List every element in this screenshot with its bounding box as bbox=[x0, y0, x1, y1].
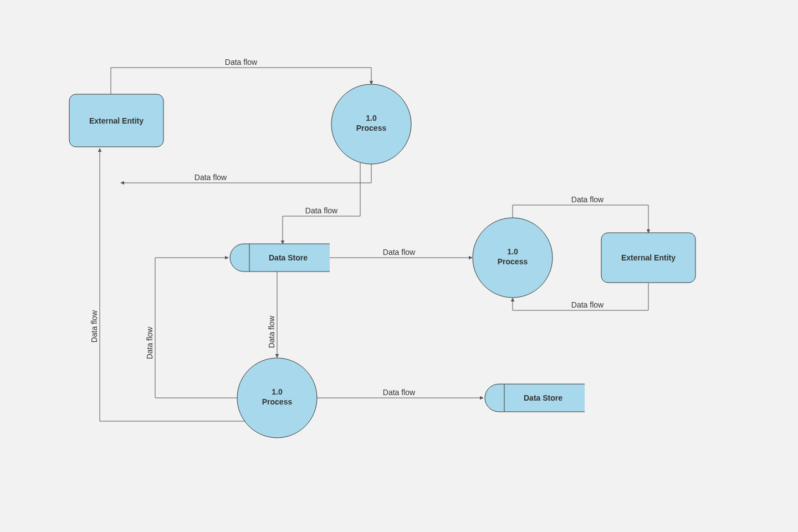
node-label: External Entity bbox=[89, 116, 144, 125]
edge-e10: Data flow bbox=[317, 388, 483, 398]
edge-e9: Data flow bbox=[90, 149, 247, 421]
node-number: 1.0 bbox=[366, 114, 377, 122]
edge-e2: Data flow bbox=[121, 164, 371, 183]
edge-e3: Data flow bbox=[283, 163, 360, 244]
node-entity2[interactable]: External Entity bbox=[601, 233, 695, 283]
edge-label: Data flow bbox=[225, 58, 258, 66]
edge-label: Data flow bbox=[90, 310, 99, 342]
node-store1[interactable]: Data Store bbox=[230, 244, 330, 272]
edge-label: Data flow bbox=[267, 315, 276, 348]
edge-label: Data flow bbox=[383, 248, 416, 257]
edge-label: Data flow bbox=[305, 206, 338, 215]
node-label: Process bbox=[498, 257, 528, 266]
node-process3[interactable]: 1.0 Process bbox=[237, 358, 317, 438]
node-process1[interactable]: 1.0 Process bbox=[331, 84, 411, 164]
node-label: Process bbox=[262, 397, 293, 406]
node-store2[interactable]: Data Store bbox=[485, 384, 585, 412]
node-label: Data Store bbox=[524, 393, 562, 402]
edge-label: Data flow bbox=[195, 173, 227, 182]
node-label: External Entity bbox=[621, 253, 676, 262]
node-process2[interactable]: 1.0 Process bbox=[473, 218, 553, 298]
edge-e7: Data flow bbox=[267, 272, 277, 357]
edge-e1: Data flow bbox=[111, 58, 371, 94]
dfd-canvas: Data flow Data flow Data flow Data flow … bbox=[0, 0, 798, 532]
edge-label: Data flow bbox=[571, 195, 604, 204]
node-entity1[interactable]: External Entity bbox=[69, 94, 163, 147]
edge-e4: Data flow bbox=[330, 248, 472, 258]
node-label: Data Store bbox=[269, 253, 308, 262]
edge-e8: Data flow bbox=[145, 258, 238, 398]
edge-label: Data flow bbox=[383, 388, 416, 397]
edge-label: Data flow bbox=[571, 300, 604, 309]
node-number: 1.0 bbox=[272, 387, 283, 396]
node-number: 1.0 bbox=[507, 247, 518, 256]
node-label: Process bbox=[356, 124, 387, 132]
edge-label: Data flow bbox=[145, 326, 154, 359]
